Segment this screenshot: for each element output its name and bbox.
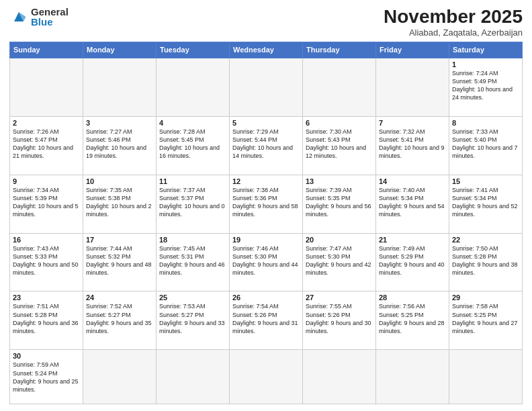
col-saturday: Saturday — [449, 42, 523, 58]
table-row: 16Sunrise: 7:43 AM Sunset: 5:33 PM Dayli… — [10, 233, 83, 291]
table-row: 20Sunrise: 7:47 AM Sunset: 5:30 PM Dayli… — [303, 233, 376, 291]
day-info: Sunrise: 7:58 AM Sunset: 5:25 PM Dayligh… — [452, 302, 519, 335]
day-number: 25 — [159, 293, 226, 302]
day-info: Sunrise: 7:37 AM Sunset: 5:37 PM Dayligh… — [159, 186, 226, 219]
day-info: Sunrise: 7:26 AM Sunset: 5:47 PM Dayligh… — [13, 128, 80, 161]
calendar-week-row: 16Sunrise: 7:43 AM Sunset: 5:33 PM Dayli… — [10, 233, 523, 291]
day-info: Sunrise: 7:24 AM Sunset: 5:49 PM Dayligh… — [452, 69, 519, 102]
day-info: Sunrise: 7:59 AM Sunset: 5:24 PM Dayligh… — [13, 361, 80, 394]
calendar-week-row: 30Sunrise: 7:59 AM Sunset: 5:24 PM Dayli… — [10, 350, 523, 404]
table-row: 25Sunrise: 7:53 AM Sunset: 5:27 PM Dayli… — [157, 291, 230, 350]
day-info: Sunrise: 7:46 AM Sunset: 5:30 PM Dayligh… — [232, 244, 300, 277]
month-year-title: November 2025 — [384, 7, 523, 28]
table-row: 27Sunrise: 7:55 AM Sunset: 5:26 PM Dayli… — [303, 291, 376, 350]
day-info: Sunrise: 7:44 AM Sunset: 5:32 PM Dayligh… — [86, 244, 153, 277]
table-row: 7Sunrise: 7:32 AM Sunset: 5:41 PM Daylig… — [376, 116, 449, 175]
day-number: 26 — [232, 293, 300, 302]
table-row: 12Sunrise: 7:38 AM Sunset: 5:36 PM Dayli… — [230, 175, 303, 233]
day-info: Sunrise: 7:53 AM Sunset: 5:27 PM Dayligh… — [159, 302, 226, 335]
day-info: Sunrise: 7:43 AM Sunset: 5:33 PM Dayligh… — [13, 244, 80, 277]
day-number: 29 — [452, 293, 519, 302]
day-info: Sunrise: 7:35 AM Sunset: 5:38 PM Dayligh… — [86, 186, 153, 219]
logo-icon — [9, 7, 28, 26]
table-row: 2Sunrise: 7:26 AM Sunset: 5:47 PM Daylig… — [10, 116, 83, 175]
col-sunday: Sunday — [10, 42, 83, 58]
day-number: 14 — [379, 177, 446, 185]
title-block: November 2025 Aliabad, Zaqatala, Azerbai… — [384, 7, 523, 38]
table-row: 30Sunrise: 7:59 AM Sunset: 5:24 PM Dayli… — [10, 350, 83, 404]
calendar-week-row: 9Sunrise: 7:34 AM Sunset: 5:39 PM Daylig… — [10, 175, 523, 233]
table-row: 26Sunrise: 7:54 AM Sunset: 5:26 PM Dayli… — [230, 291, 303, 350]
day-number: 23 — [13, 293, 80, 302]
table-row: 22Sunrise: 7:50 AM Sunset: 5:28 PM Dayli… — [449, 233, 523, 291]
logo: General Blue — [9, 7, 69, 27]
table-row: 8Sunrise: 7:33 AM Sunset: 5:40 PM Daylig… — [449, 116, 523, 175]
day-info: Sunrise: 7:29 AM Sunset: 5:44 PM Dayligh… — [232, 128, 300, 161]
table-row: 19Sunrise: 7:46 AM Sunset: 5:30 PM Dayli… — [230, 233, 303, 291]
table-row: 17Sunrise: 7:44 AM Sunset: 5:32 PM Dayli… — [83, 233, 157, 291]
col-thursday: Thursday — [303, 42, 376, 58]
day-info: Sunrise: 7:54 AM Sunset: 5:26 PM Dayligh… — [232, 302, 300, 335]
day-number: 22 — [452, 236, 519, 244]
table-row — [376, 350, 449, 404]
day-number: 15 — [452, 177, 519, 185]
table-row: 28Sunrise: 7:56 AM Sunset: 5:25 PM Dayli… — [376, 291, 449, 350]
calendar-header-row: Sunday Monday Tuesday Wednesday Thursday… — [10, 42, 523, 58]
table-row: 6Sunrise: 7:30 AM Sunset: 5:43 PM Daylig… — [303, 116, 376, 175]
table-row — [157, 58, 230, 116]
table-row: 9Sunrise: 7:34 AM Sunset: 5:39 PM Daylig… — [10, 175, 83, 233]
table-row: 15Sunrise: 7:41 AM Sunset: 5:34 PM Dayli… — [449, 175, 523, 233]
day-info: Sunrise: 7:47 AM Sunset: 5:30 PM Dayligh… — [306, 244, 373, 277]
day-number: 2 — [13, 119, 80, 127]
day-info: Sunrise: 7:40 AM Sunset: 5:34 PM Dayligh… — [379, 186, 446, 219]
calendar-week-row: 1Sunrise: 7:24 AM Sunset: 5:49 PM Daylig… — [10, 58, 523, 116]
day-number: 16 — [13, 236, 80, 244]
day-number: 1 — [452, 60, 519, 68]
day-info: Sunrise: 7:30 AM Sunset: 5:43 PM Dayligh… — [306, 128, 373, 161]
day-number: 24 — [86, 293, 153, 302]
location-label: Aliabad, Zaqatala, Azerbaijan — [384, 28, 523, 38]
day-info: Sunrise: 7:28 AM Sunset: 5:45 PM Dayligh… — [159, 128, 226, 161]
day-number: 5 — [232, 119, 300, 127]
calendar-week-row: 2Sunrise: 7:26 AM Sunset: 5:47 PM Daylig… — [10, 116, 523, 175]
table-row — [10, 58, 83, 116]
page: General Blue November 2025 Aliabad, Zaqa… — [0, 0, 532, 411]
logo-general-label: General — [31, 7, 69, 17]
table-row: 11Sunrise: 7:37 AM Sunset: 5:37 PM Dayli… — [157, 175, 230, 233]
day-info: Sunrise: 7:50 AM Sunset: 5:28 PM Dayligh… — [452, 244, 519, 277]
table-row: 3Sunrise: 7:27 AM Sunset: 5:46 PM Daylig… — [83, 116, 157, 175]
day-number: 10 — [86, 177, 153, 185]
table-row — [230, 350, 303, 404]
calendar-table: Sunday Monday Tuesday Wednesday Thursday… — [9, 42, 523, 404]
day-info: Sunrise: 7:51 AM Sunset: 5:28 PM Dayligh… — [13, 302, 80, 335]
day-number: 28 — [379, 293, 446, 302]
table-row: 18Sunrise: 7:45 AM Sunset: 5:31 PM Dayli… — [157, 233, 230, 291]
table-row — [230, 58, 303, 116]
day-number: 3 — [86, 119, 153, 127]
table-row: 29Sunrise: 7:58 AM Sunset: 5:25 PM Dayli… — [449, 291, 523, 350]
table-row: 1Sunrise: 7:24 AM Sunset: 5:49 PM Daylig… — [449, 58, 523, 116]
table-row: 21Sunrise: 7:49 AM Sunset: 5:29 PM Dayli… — [376, 233, 449, 291]
day-number: 4 — [159, 119, 226, 127]
day-number: 9 — [13, 177, 80, 185]
day-number: 19 — [232, 236, 300, 244]
day-info: Sunrise: 7:52 AM Sunset: 5:27 PM Dayligh… — [86, 302, 153, 335]
day-number: 12 — [232, 177, 300, 185]
day-number: 6 — [306, 119, 373, 127]
calendar-week-row: 23Sunrise: 7:51 AM Sunset: 5:28 PM Dayli… — [10, 291, 523, 350]
table-row: 24Sunrise: 7:52 AM Sunset: 5:27 PM Dayli… — [83, 291, 157, 350]
day-info: Sunrise: 7:33 AM Sunset: 5:40 PM Dayligh… — [452, 128, 519, 161]
day-number: 21 — [379, 236, 446, 244]
col-wednesday: Wednesday — [230, 42, 303, 58]
table-row — [83, 58, 157, 116]
day-number: 30 — [13, 352, 80, 360]
day-info: Sunrise: 7:45 AM Sunset: 5:31 PM Dayligh… — [159, 244, 226, 277]
day-number: 27 — [306, 293, 373, 302]
table-row: 14Sunrise: 7:40 AM Sunset: 5:34 PM Dayli… — [376, 175, 449, 233]
table-row — [303, 58, 376, 116]
table-row — [83, 350, 157, 404]
day-number: 11 — [159, 177, 226, 185]
table-row: 10Sunrise: 7:35 AM Sunset: 5:38 PM Dayli… — [83, 175, 157, 233]
day-info: Sunrise: 7:32 AM Sunset: 5:41 PM Dayligh… — [379, 128, 446, 161]
logo-blue-label: Blue — [31, 17, 69, 27]
